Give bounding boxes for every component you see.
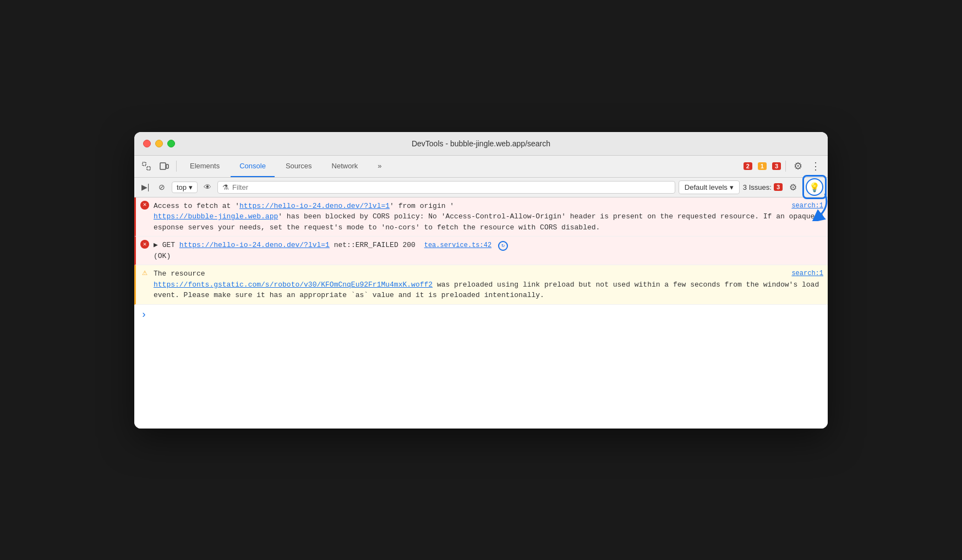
tab-sources[interactable]: Sources <box>277 155 321 177</box>
get-error-source[interactable]: tea.service.ts:42 <box>424 241 491 249</box>
tab-more[interactable]: » <box>369 155 390 177</box>
more-icon[interactable]: ⋮ <box>808 158 823 174</box>
cors-error-text: Access to fetch at 'https://hello-io-24.… <box>154 201 823 233</box>
badge-group: 2 1 3 <box>744 162 781 170</box>
warning-count: 1 <box>758 162 767 170</box>
get-error-text: ▶ GET https://hello-io-24.deno.dev/?lvl=… <box>154 240 823 261</box>
warning-badge[interactable]: 1 <box>758 162 767 170</box>
console-entry-cors-error: ✕ Access to fetch at 'https://hello-io-2… <box>134 197 828 237</box>
console-entry-get-error: ✕ ▶ GET https://hello-io-24.deno.dev/?lv… <box>134 237 828 265</box>
window-title: DevTools - bubble-jingle.web.app/search <box>412 139 550 148</box>
close-button[interactable] <box>143 140 151 147</box>
toggle-sidebar-button[interactable]: ▶| <box>139 180 152 194</box>
cors-error-link1[interactable]: https://hello-io-24.deno.dev/?lvl=1 <box>239 202 390 210</box>
dropdown-icon: ▾ <box>189 183 193 191</box>
filter-icon: ⚗ <box>222 183 229 191</box>
svg-rect-2 <box>160 163 166 169</box>
issue-badge[interactable]: 3 <box>772 162 781 170</box>
filter-input[interactable] <box>232 183 670 191</box>
cors-error-source1[interactable]: search:1 <box>791 201 823 211</box>
traffic-lights <box>143 140 175 147</box>
preload-warning-source[interactable]: search:1 <box>791 268 823 278</box>
issues-counter[interactable]: 3 Issues: 3 <box>743 183 783 191</box>
live-expressions-button[interactable]: 👁 <box>201 180 214 194</box>
levels-chevron-icon: ▾ <box>730 183 734 191</box>
devtools-window: DevTools - bubble-jingle.web.app/search … <box>134 132 828 429</box>
svg-rect-1 <box>147 167 150 170</box>
console-toolbar: ▶| ⊘ top ▾ 👁 ⚗ Default levels ▾ 3 Issues… <box>134 178 828 197</box>
tab-network[interactable]: Network <box>323 155 367 177</box>
tab-console[interactable]: Console <box>231 155 275 177</box>
refresh-icon[interactable]: ↻ <box>498 241 508 251</box>
error-icon: ✕ <box>140 201 149 210</box>
error-icon2: ✕ <box>140 240 149 249</box>
separator <box>176 161 177 172</box>
ai-assistance-button[interactable]: 💡 <box>806 178 823 196</box>
issues-count-badge: 3 <box>774 183 783 191</box>
preload-warning-text: The resource search:1 https://fonts.gsta… <box>154 268 823 301</box>
settings-icon[interactable]: ⚙ <box>790 158 806 174</box>
devtools-toolbar: Elements Console Sources Network » 2 1 3… <box>134 156 828 178</box>
console-content: ✕ Access to fetch at 'https://hello-io-2… <box>134 197 828 429</box>
preload-font-link[interactable]: https://fonts.gstatic.com/s/roboto/v30/K… <box>154 281 433 289</box>
minimize-button[interactable] <box>155 140 163 147</box>
prompt-chevron: › <box>141 309 147 320</box>
clear-console-button[interactable]: ⊘ <box>155 180 168 194</box>
context-selector[interactable]: top ▾ <box>172 182 198 193</box>
tab-elements[interactable]: Elements <box>181 155 228 177</box>
separator2 <box>785 161 786 172</box>
device-icon[interactable] <box>156 158 172 174</box>
console-settings-button[interactable]: ⚙ <box>786 180 800 194</box>
issue-count: 3 <box>772 162 781 170</box>
ai-button-wrapper: 💡 <box>806 178 823 196</box>
warning-icon: ⚠ <box>140 268 149 277</box>
cors-bubble-link[interactable]: https://bubble-jingle.web.app <box>154 212 278 221</box>
title-bar: DevTools - bubble-jingle.web.app/search <box>134 132 828 156</box>
svg-rect-3 <box>166 164 168 168</box>
error-badge[interactable]: 2 <box>744 162 752 170</box>
svg-rect-0 <box>143 162 146 166</box>
console-prompt[interactable]: › <box>134 305 828 325</box>
levels-dropdown[interactable]: Default levels ▾ <box>679 180 740 194</box>
cursor-icon[interactable] <box>139 158 154 174</box>
error-count: 2 <box>744 162 752 170</box>
get-error-link[interactable]: https://hello-io-24.deno.dev/?lvl=1 <box>179 241 330 249</box>
console-entry-preload-warning: ⚠ The resource search:1 https://fonts.gs… <box>134 265 828 305</box>
filter-container[interactable]: ⚗ <box>217 181 675 194</box>
maximize-button[interactable] <box>167 140 175 147</box>
